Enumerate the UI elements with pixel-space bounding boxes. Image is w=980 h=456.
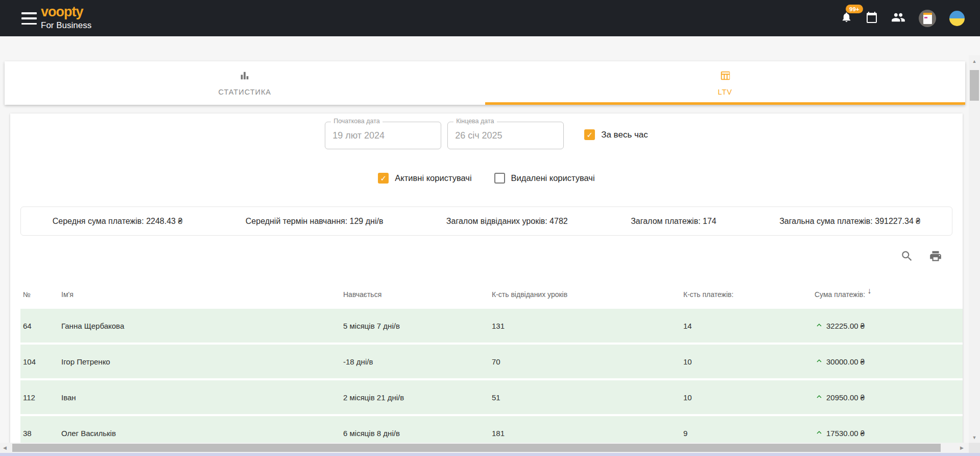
bar-chart-icon	[239, 70, 250, 83]
menu-button[interactable]	[21, 12, 38, 25]
tab-statistics[interactable]: СТАТИСТИКА	[5, 61, 485, 105]
row-name: Ігор Петренко	[61, 357, 343, 366]
start-date-input[interactable]: Початкова дата 19 лют 2024	[325, 122, 441, 149]
row-number: 104	[20, 357, 61, 366]
horizontal-scrollbar[interactable]: ◀ ▶	[0, 443, 969, 453]
logo-text: voopty	[41, 5, 91, 20]
scroll-left-icon[interactable]: ◀	[3, 443, 7, 453]
row-lessons: 51	[492, 393, 683, 402]
col-duration: Навчається	[343, 290, 492, 299]
table-chart-icon	[720, 70, 731, 83]
row-name: Олег Васильків	[61, 429, 343, 438]
ltv-table: № Ім'я Навчається К-сть відвіданих урокі…	[20, 280, 963, 452]
hamburger-icon	[21, 12, 37, 14]
row-payments: 9	[683, 429, 815, 438]
row-duration: 2 місяців 21 дні/в	[343, 393, 492, 402]
people-icon	[891, 10, 905, 27]
tab-statistics-label: СТАТИСТИКА	[218, 88, 271, 96]
row-payments: 14	[683, 322, 815, 330]
scroll-right-icon[interactable]: ▶	[960, 443, 964, 453]
start-date-label: Початкова дата	[331, 118, 383, 125]
table-row[interactable]: 104 Ігор Петренко -18 дні/в 70 10 30000.…	[20, 345, 963, 378]
col-lessons: К-сть відвіданих уроків	[492, 290, 683, 299]
avatar	[919, 10, 936, 27]
all-time-label: За весь час	[601, 130, 648, 140]
row-sum: 20950.00 ₴	[815, 392, 963, 403]
row-duration: 5 місяців 7 дні/в	[343, 322, 492, 330]
stat-total-payments: Загалом платежів: 174	[631, 217, 716, 226]
bell-icon	[841, 11, 852, 25]
trend-up-icon	[815, 321, 824, 331]
row-sum: 30000.00 ₴	[815, 356, 963, 367]
checkbox-checked-icon	[584, 129, 595, 140]
row-sum-value: 30000.00 ₴	[826, 357, 865, 366]
active-tab-indicator	[485, 102, 966, 105]
header-icons: 99+	[841, 0, 965, 36]
taskbar-edge	[0, 453, 980, 456]
user-filter-row: Активні користувачі Видалені користувачі	[10, 173, 963, 184]
vertical-scrollbar-thumb[interactable]	[970, 70, 979, 101]
stat-total-sum: Загальна сума платежів: 391227.34 ₴	[779, 217, 920, 226]
sort-desc-icon[interactable]: ↓	[867, 286, 871, 295]
row-sum-value: 20950.00 ₴	[826, 393, 865, 402]
col-sum[interactable]: Сума платежів: ↓	[815, 290, 963, 299]
tab-ltv-label: LTV	[718, 88, 732, 96]
end-date-label: Кінцева дата	[453, 118, 496, 125]
deleted-users-label: Видалені користувачі	[511, 173, 595, 183]
end-date-input[interactable]: Кінцева дата 26 січ 2025	[447, 122, 564, 149]
tab-ltv[interactable]: LTV	[485, 61, 966, 105]
active-users-checkbox[interactable]: Активні користувачі	[378, 173, 471, 184]
scrollbar-corner	[969, 443, 980, 453]
language-toggle[interactable]	[949, 11, 965, 26]
notification-badge: 99+	[846, 5, 863, 13]
row-payments: 10	[683, 357, 815, 366]
scroll-down-icon[interactable]: ▼	[969, 432, 980, 443]
content-panel: Початкова дата 19 лют 2024 Кінцева дата …	[10, 113, 963, 456]
row-sum-value: 17530.00 ₴	[826, 429, 865, 438]
col-payments: К-сть платежів:	[683, 290, 815, 299]
avatar-image	[923, 13, 932, 24]
start-date-value: 19 лют 2024	[325, 122, 441, 149]
row-payments: 10	[683, 393, 815, 402]
row-duration: 6 місяців 8 дні/в	[343, 429, 492, 438]
row-number: 112	[20, 393, 61, 402]
col-number: №	[20, 290, 61, 299]
clients-button[interactable]	[891, 10, 905, 27]
row-lessons: 181	[492, 429, 683, 438]
stat-average-duration: Середній термін навчання: 129 дні/в	[246, 217, 384, 226]
deleted-users-checkbox[interactable]: Видалені користувачі	[494, 173, 595, 184]
search-button[interactable]	[900, 249, 914, 263]
summary-bar: Середня сума платежів: 2248.43 ₴ Середні…	[20, 207, 952, 236]
row-number: 38	[20, 429, 61, 438]
vertical-scrollbar[interactable]: ▲ ▼	[969, 55, 980, 443]
all-time-checkbox[interactable]: За весь час	[584, 129, 648, 140]
print-icon	[929, 249, 942, 263]
profile-button[interactable]	[919, 10, 936, 27]
table-row[interactable]: 112 Іван 2 місяців 21 дні/в 51 10 20950.…	[20, 380, 963, 414]
trend-up-icon	[815, 428, 824, 439]
horizontal-scrollbar-thumb[interactable]	[12, 444, 941, 452]
table-row[interactable]: 64 Ганна Щербакова 5 місяців 7 дні/в 131…	[20, 309, 963, 343]
tab-bar: СТАТИСТИКА LTV	[5, 61, 965, 105]
row-sum-value: 32225.00 ₴	[826, 322, 865, 330]
scroll-up-icon[interactable]: ▲	[969, 56, 980, 66]
col-sum-label: Сума платежів:	[815, 290, 865, 299]
notifications-button[interactable]: 99+	[841, 11, 852, 25]
row-sum: 17530.00 ₴	[815, 428, 963, 439]
print-button[interactable]	[929, 249, 942, 263]
row-lessons: 70	[492, 357, 683, 366]
trend-up-icon	[815, 392, 824, 403]
checkbox-unchecked-icon	[494, 173, 505, 184]
col-name: Ім'я	[61, 290, 343, 299]
search-icon	[900, 249, 914, 263]
table-toolbar	[900, 249, 942, 263]
stat-average-payment: Середня сума платежів: 2248.43 ₴	[53, 217, 183, 226]
date-filter-row: Початкова дата 19 лют 2024 Кінцева дата …	[10, 122, 963, 149]
trend-up-icon	[815, 356, 824, 367]
logo[interactable]: voopty For Business	[41, 5, 91, 30]
app-header: voopty For Business 99+	[0, 0, 980, 36]
table-header-row: № Ім'я Навчається К-сть відвіданих урокі…	[20, 280, 963, 309]
calendar-button[interactable]	[866, 11, 878, 26]
row-name: Ганна Щербакова	[61, 322, 343, 330]
row-name: Іван	[61, 393, 343, 402]
